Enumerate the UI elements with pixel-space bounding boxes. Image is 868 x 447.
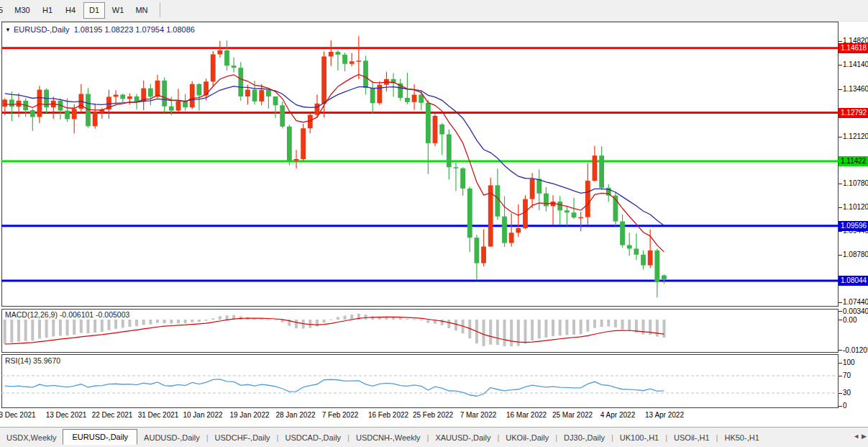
price-pane-border	[2, 22, 839, 307]
candle-body	[336, 52, 341, 55]
tab-scroll-right-icon[interactable]: ▶	[862, 433, 867, 440]
date-axis-label: 3 Dec 2021	[0, 411, 36, 419]
macd-bar	[447, 320, 450, 328]
macd-bar	[531, 320, 534, 340]
chart-tab-bar: USDX,WeeklyEURUSD-,DailyAUDUSD-,Daily|US…	[0, 427, 868, 447]
candle-body	[405, 98, 410, 102]
tab-scroll-arrows: ◄▶	[851, 433, 867, 440]
macd-bar	[607, 320, 610, 326]
price-badge-1.14618: 1.14618	[839, 43, 868, 53]
chart-tab-usdchf-daily[interactable]: USDCHF-,Daily	[209, 430, 277, 445]
axis-tick-mark	[839, 65, 842, 66]
price-axis-label: 1.13460	[843, 85, 868, 93]
candle-body	[252, 90, 257, 101]
date-axis-label: 31 Dec 2021	[138, 411, 179, 419]
macd-bar	[184, 320, 187, 323]
chart-tab-usdx-weekly[interactable]: USDX,Weekly	[0, 430, 63, 445]
macd-bar	[135, 320, 138, 326]
candle-body	[245, 90, 250, 96]
macd-bar	[156, 320, 159, 323]
macd-bar	[426, 320, 429, 323]
chart-tab-usdcnh-weekly[interactable]: USDCNH-,Weekly	[350, 430, 427, 445]
macd-bar	[586, 320, 589, 332]
chart-title-symbol: EURUSD-,Daily	[14, 25, 70, 34]
chart-dropdown-icon[interactable]: ▼	[5, 27, 11, 33]
candle-body	[634, 248, 639, 254]
macd-bar	[365, 315, 367, 320]
price-badge-1.09596: 1.09596	[839, 221, 868, 231]
chart-tab-usdcad-daily[interactable]: USDCAD-,Daily	[278, 430, 347, 445]
chart-tab-uk100-h1[interactable]: UK100-,H1	[613, 430, 665, 445]
candle-body	[120, 95, 125, 99]
macd-bar	[510, 320, 513, 346]
candle-body	[224, 50, 229, 66]
macd-bar	[198, 320, 201, 322]
timeframe-button-w1[interactable]: W1	[108, 2, 128, 19]
chart-tab-audusd-daily[interactable]: AUDUSD-,Daily	[137, 430, 206, 445]
candle-body	[350, 61, 355, 63]
timeframe-button-h4[interactable]: H4	[60, 2, 81, 19]
macd-bar	[323, 320, 326, 322]
macd-bar	[177, 320, 180, 323]
chart-tab-usoil-h1[interactable]: USOil-,H1	[667, 430, 716, 445]
chart-tab-xauusd-daily[interactable]: XAUUSD-,Daily	[429, 430, 497, 445]
rsi-indicator-pane[interactable]	[1, 354, 839, 408]
tab-scroll-left-icon[interactable]: ◄	[853, 433, 859, 440]
rsi-pane-border	[2, 355, 839, 408]
macd-bar	[267, 320, 270, 320]
candle-body	[544, 194, 549, 207]
axis-tick-mark	[839, 350, 842, 351]
date-axis-label: 13 Dec 2021	[46, 411, 87, 419]
macd-axis-label: 0.003408	[843, 307, 868, 315]
timeframe-button-5[interactable]: 5	[0, 2, 7, 19]
date-axis-label: 19 Jan 2022	[229, 411, 269, 419]
timeframe-button-m30[interactable]: M30	[10, 2, 35, 19]
macd-bar	[24, 320, 27, 341]
chart-title[interactable]: ▼EURUSD-,Daily 1.08195 1.08223 1.07954 1…	[5, 25, 195, 34]
candle-body	[232, 66, 237, 68]
axis-tick-mark	[839, 184, 842, 184]
rsi-value: 35.9670	[33, 356, 60, 365]
candle-body	[585, 181, 590, 217]
price-axis-label: 1.14140	[843, 60, 868, 68]
axis-tick-mark	[839, 393, 842, 394]
candle-body	[502, 217, 507, 243]
axis-tick-mark	[839, 376, 842, 376]
candle-body	[599, 155, 604, 188]
rsi-axis-label: 30	[843, 389, 851, 397]
chart-tab-dj30-daily[interactable]: DJ30-,Daily	[557, 430, 611, 445]
axis-tick-mark	[839, 311, 842, 312]
date-axis-label: 7 Mar 2022	[460, 411, 497, 419]
macd-bar	[122, 320, 124, 328]
price-chart-pane[interactable]	[1, 22, 839, 307]
timeframe-button-mn[interactable]: MN	[131, 2, 152, 19]
candle-body	[315, 104, 320, 115]
axis-tick-mark	[839, 231, 842, 232]
chart-tab-eurusd-daily[interactable]: EURUSD-,Daily	[63, 429, 137, 445]
chart-tab-hk50-h1[interactable]: HK50-,H1	[718, 430, 765, 445]
chart-tab-ukoil-daily[interactable]: UKOil-,Daily	[499, 430, 555, 445]
macd-bar	[205, 320, 208, 321]
candle-body	[439, 125, 444, 135]
candle-body	[342, 55, 347, 64]
macd-bar	[73, 320, 76, 335]
date-axis-label: 28 Jan 2022	[275, 411, 315, 419]
macd-bar	[93, 320, 96, 333]
macd-bar	[45, 320, 48, 338]
macd-bar	[128, 320, 131, 327]
candle-body	[481, 247, 486, 263]
axis-tick-mark	[839, 320, 842, 320]
macd-bar	[38, 320, 41, 338]
candle-body	[447, 135, 452, 168]
macd-bar	[4, 320, 6, 344]
price-badge-1.12792: 1.12792	[839, 108, 868, 118]
timeframe-button-d1[interactable]: D1	[83, 2, 105, 19]
macd-bar	[274, 320, 277, 320]
price-axis-label: 1.07440	[843, 298, 868, 306]
macd-bar	[344, 316, 347, 320]
macd-bar	[441, 320, 444, 325]
candle-body	[593, 155, 598, 181]
timeframe-button-h1[interactable]: H1	[37, 2, 58, 19]
candle-body	[266, 90, 271, 96]
macd-bar	[17, 320, 20, 342]
